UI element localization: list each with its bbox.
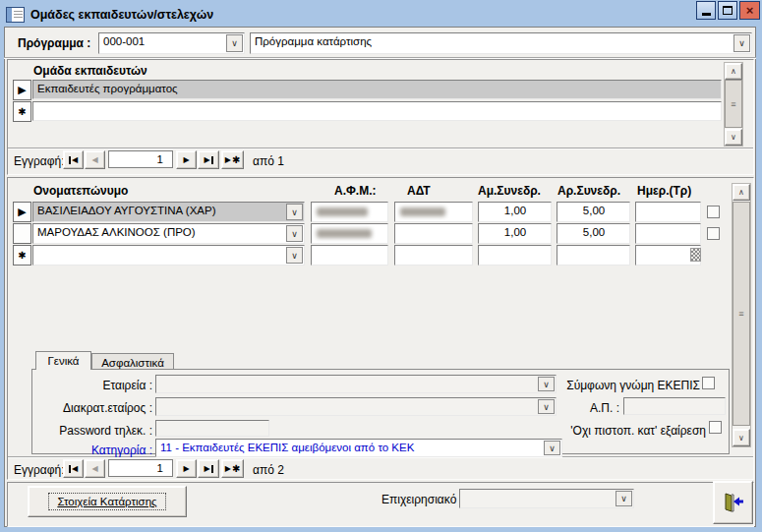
transnational-combo[interactable]: ∨ xyxy=(155,397,557,416)
exit-button[interactable] xyxy=(713,481,753,524)
tab-insurance[interactable]: Ασφαλιστικά xyxy=(91,353,174,370)
window-title: Ομάδες εκπαιδευτών/στελεχών xyxy=(30,8,213,22)
row-selector-current[interactable]: ▶ xyxy=(13,202,31,222)
scrollbar-thumb[interactable]: ≡ xyxy=(725,80,742,128)
title-bar: Ομάδες εκπαιδευτών/στελεχών xyxy=(6,4,756,25)
column-header-am: Αμ.Συνεδρ. xyxy=(478,184,541,198)
company-label: Εταιρεία : xyxy=(59,379,152,392)
ekepis-checkbox[interactable] xyxy=(702,377,715,389)
am-synedr-field[interactable]: 1,00 xyxy=(478,202,552,222)
date-pattern-icon xyxy=(690,248,701,262)
record-nav-label: Εγγραφή: xyxy=(14,154,65,168)
record-count-label: από 2 xyxy=(253,463,284,477)
am-synedr-field-new[interactable] xyxy=(478,245,552,266)
ar-synedr-field-new[interactable] xyxy=(557,245,630,266)
minimize-button[interactable] xyxy=(696,1,716,20)
imer-field[interactable] xyxy=(635,202,701,222)
afm-field-new[interactable] xyxy=(311,245,388,266)
previous-record-button[interactable]: ◀ xyxy=(85,150,105,169)
ap-field[interactable] xyxy=(623,397,726,415)
tab-general[interactable]: Γενικά xyxy=(35,351,91,370)
company-combo[interactable]: ∨ xyxy=(155,375,557,393)
member-name-combo-new[interactable]: ∨ xyxy=(32,245,305,266)
new-record-icon: ✱ xyxy=(232,154,240,165)
members-scrollbar[interactable]: ∧ ≡ ∨ xyxy=(732,183,751,447)
adt-field[interactable] xyxy=(394,223,473,244)
row-selector-new[interactable]: ✱ xyxy=(13,245,31,266)
previous-record-button[interactable]: ◀ xyxy=(85,459,105,478)
last-record-icon: ▶ xyxy=(204,464,209,473)
team-name-field-new[interactable] xyxy=(32,101,722,121)
imer-field[interactable] xyxy=(635,223,701,244)
close-button[interactable]: × xyxy=(739,1,760,20)
program-code-combo[interactable]: 000-001 ∨ xyxy=(98,32,245,54)
program-name-combo[interactable]: Πρόγραμμα κατάρτισης ∨ xyxy=(250,32,752,54)
program-code-dropdown-button[interactable]: ∨ xyxy=(226,34,243,52)
operational-combo[interactable]: ∨ xyxy=(459,489,634,508)
record-number-input[interactable]: 1 xyxy=(108,459,173,477)
member-name-combo[interactable]: ΜΑΡΟΥΔΑΣ ΑΛΚΙΝΟΟΣ (ΠΡΟ) ∨ xyxy=(32,223,305,244)
team-name-field[interactable]: Εκπαιδευτές προγράμματος xyxy=(32,80,722,99)
chevron-down-icon: ∨ xyxy=(543,402,550,412)
member-name-value: ΜΑΡΟΥΔΑΣ ΑΛΚΙΝΟΟΣ (ΠΡΟ) xyxy=(33,224,285,243)
scroll-up-icon: ∧ xyxy=(738,188,744,197)
ar-synedr-field[interactable]: 5,00 xyxy=(557,223,630,244)
transnational-dropdown-button[interactable]: ∨ xyxy=(538,399,555,414)
training-details-button[interactable]: Στοιχεία Κατάρτισης xyxy=(28,486,187,517)
category-combo[interactable]: 11 - Εκπαιδευτές ΕΚΕΠΙΣ αμειβόμενοι από … xyxy=(155,439,562,457)
team-scrollbar[interactable]: ∧ ≡ ∨ xyxy=(724,62,743,147)
scroll-down-button[interactable]: ∨ xyxy=(733,429,750,446)
first-record-button[interactable]: ◀ xyxy=(63,150,84,169)
scroll-down-button[interactable]: ∨ xyxy=(725,129,742,146)
maximize-button[interactable] xyxy=(718,1,737,20)
adt-field-new[interactable] xyxy=(394,245,473,266)
last-record-button[interactable]: ▶ xyxy=(198,459,219,478)
ap-label: Α.Π. : xyxy=(578,401,619,415)
chevron-down-icon: ∨ xyxy=(291,251,298,261)
category-dropdown-button[interactable]: ∨ xyxy=(544,441,560,455)
scroll-up-icon: ∧ xyxy=(731,67,736,76)
grip-icon: ≡ xyxy=(731,99,735,109)
program-label: Πρόγραμμα : xyxy=(18,36,90,50)
exception-label: 'Οχι πιστοπ. κατ' εξαίρεση xyxy=(555,424,706,438)
last-record-icon: ▶ xyxy=(204,155,209,164)
am-synedr-field[interactable]: 1,00 xyxy=(478,223,552,244)
current-record-icon: ▶ xyxy=(18,206,26,218)
ekepis-label: Σύμφωνη γνώμη ΕΚΕΠΙΣ xyxy=(551,379,700,392)
close-icon: × xyxy=(746,4,754,17)
new-record-button[interactable]: ▶✱ xyxy=(221,459,244,478)
next-record-button[interactable]: ▶ xyxy=(176,459,197,478)
imer-checkbox[interactable] xyxy=(707,206,720,218)
operational-dropdown-button[interactable]: ∨ xyxy=(615,491,632,506)
member-name-combo[interactable]: ΒΑΣΙΛΕΙΑΔΟΥ ΑΥΓΟΥΣΤΙΝΑ (ΧΑΡ) ∨ xyxy=(32,202,305,222)
column-header-ar: Αρ.Συνεδρ. xyxy=(557,184,620,198)
operational-label: Επιχειρησιακό : xyxy=(381,493,456,506)
scroll-up-button[interactable]: ∧ xyxy=(733,184,750,201)
first-record-button[interactable]: ◀ xyxy=(63,459,84,478)
dropdown-button[interactable]: ∨ xyxy=(286,247,303,264)
column-header-afm: Α.Φ.Μ.: xyxy=(334,184,377,198)
scroll-up-button[interactable]: ∧ xyxy=(725,63,742,80)
record-number-input[interactable]: 1 xyxy=(108,150,173,168)
scrollbar-thumb[interactable]: ≡ xyxy=(733,202,750,426)
new-record-button[interactable]: ▶✱ xyxy=(221,150,244,169)
dropdown-button[interactable]: ∨ xyxy=(286,204,303,220)
program-name-dropdown-button[interactable]: ∨ xyxy=(733,34,750,52)
chevron-down-icon: ∨ xyxy=(543,380,550,389)
row-selector[interactable] xyxy=(13,223,31,244)
row-selector-new[interactable]: ✱ xyxy=(13,101,31,122)
password-field[interactable] xyxy=(155,420,269,437)
last-record-button[interactable]: ▶ xyxy=(198,150,219,169)
next-record-icon: ▶ xyxy=(183,464,189,473)
ar-synedr-field[interactable]: 5,00 xyxy=(557,202,630,222)
exception-checkbox[interactable] xyxy=(709,421,722,434)
imer-checkbox[interactable] xyxy=(707,227,720,240)
divider xyxy=(8,148,753,149)
row-selector-current[interactable]: ▶ xyxy=(13,80,31,100)
dropdown-button[interactable]: ∨ xyxy=(286,225,303,242)
password-label: Password τηλεκ. : xyxy=(39,424,152,438)
next-record-button[interactable]: ▶ xyxy=(176,150,197,169)
first-record-icon: ◀ xyxy=(72,155,78,164)
transnational-label: Διακρατ.εταίρος : xyxy=(39,401,152,415)
next-record-icon: ▶ xyxy=(183,155,189,164)
